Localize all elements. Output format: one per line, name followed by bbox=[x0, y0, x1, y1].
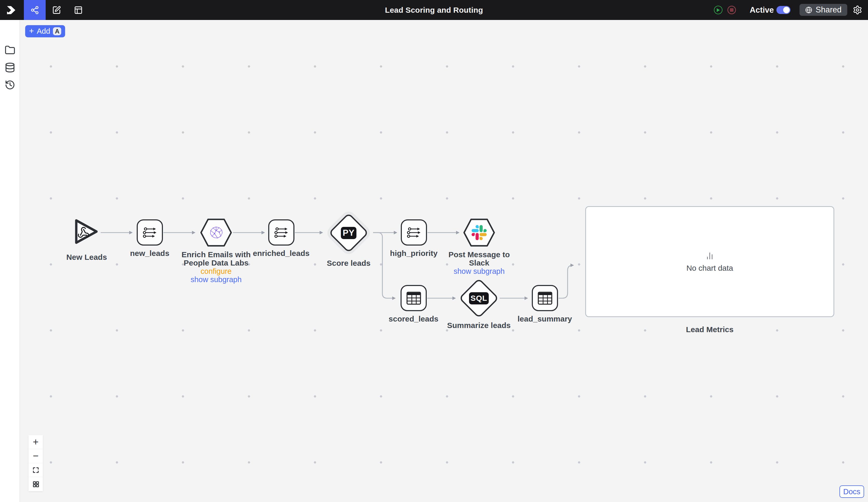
node-new-leads-stream[interactable] bbox=[137, 219, 163, 245]
minus-icon: − bbox=[33, 450, 38, 462]
node-summarize-leads[interactable]: SQL bbox=[458, 278, 500, 319]
sidebar-item-history[interactable] bbox=[5, 80, 15, 90]
history-icon bbox=[5, 80, 15, 90]
sidebar-item-files[interactable] bbox=[5, 45, 15, 55]
node-label-score-leads: Score leads bbox=[307, 259, 390, 267]
chart-empty-state-text: No chart data bbox=[686, 264, 733, 273]
slack-label-line2: Slack bbox=[438, 259, 521, 267]
bar-chart-icon bbox=[705, 251, 714, 260]
node-label-lead-metrics: Lead Metrics bbox=[668, 325, 751, 334]
node-label-enriched-leads: enriched_leads bbox=[240, 249, 323, 258]
slack-label-line1: Post Message to bbox=[438, 250, 521, 259]
shared-button[interactable]: Shared bbox=[799, 4, 847, 16]
layout-panels-icon bbox=[74, 6, 83, 14]
stream-icon bbox=[142, 227, 157, 239]
page-title: Lead Scoring and Routing bbox=[0, 0, 868, 20]
add-node-button[interactable]: + Add A bbox=[25, 25, 65, 37]
show-subgraph-link[interactable]: show subgraph bbox=[438, 267, 521, 275]
stream-icon bbox=[406, 227, 422, 239]
grid-layout-button[interactable] bbox=[29, 477, 43, 491]
node-new-leads-webhook[interactable] bbox=[73, 217, 100, 248]
run-button[interactable] bbox=[714, 6, 722, 14]
sql-badge: SQL bbox=[469, 292, 489, 304]
node-enriched-leads[interactable] bbox=[268, 219, 294, 245]
slack-icon bbox=[472, 225, 487, 240]
active-toggle[interactable] bbox=[776, 6, 790, 14]
docs-button[interactable]: Docs bbox=[839, 485, 864, 498]
node-high-priority[interactable] bbox=[401, 219, 427, 245]
toggle-knob bbox=[783, 7, 790, 13]
sidebar-item-data[interactable] bbox=[5, 62, 15, 73]
configure-link[interactable]: configure bbox=[175, 267, 258, 275]
tab-graph[interactable] bbox=[24, 0, 46, 20]
add-shortcut-badge: A bbox=[53, 27, 61, 35]
topbar: Lead Scoring and Routing Active Shared bbox=[0, 0, 868, 20]
tab-layout[interactable] bbox=[68, 0, 89, 20]
settings-button[interactable] bbox=[853, 5, 862, 15]
stream-icon bbox=[274, 227, 289, 239]
node-lead-metrics-chart[interactable]: No chart data bbox=[585, 206, 834, 317]
edit-pencil-icon bbox=[52, 6, 61, 14]
people-data-labs-brain-icon bbox=[208, 226, 224, 240]
table-icon bbox=[538, 292, 552, 305]
gear-icon bbox=[853, 5, 862, 15]
share-graph-icon bbox=[30, 6, 39, 14]
show-subgraph-link[interactable]: show subgraph bbox=[175, 275, 258, 284]
node-post-message-slack[interactable] bbox=[463, 218, 496, 247]
plus-icon: + bbox=[33, 436, 38, 448]
stop-button[interactable] bbox=[727, 6, 736, 14]
stop-icon bbox=[730, 8, 734, 12]
left-sidebar bbox=[0, 20, 20, 502]
app-logo[interactable] bbox=[0, 0, 20, 20]
zoom-out-button[interactable]: − bbox=[29, 449, 43, 463]
node-scored-leads[interactable] bbox=[401, 285, 427, 311]
zoom-in-button[interactable]: + bbox=[29, 435, 43, 449]
node-lead-summary[interactable] bbox=[532, 285, 558, 311]
globe-icon bbox=[805, 7, 812, 13]
add-button-label: Add bbox=[37, 27, 50, 35]
grid-icon bbox=[32, 480, 39, 488]
patterns-logo-icon bbox=[5, 5, 16, 15]
node-score-leads[interactable]: PY bbox=[324, 209, 373, 257]
database-icon bbox=[5, 62, 15, 73]
plus-icon: + bbox=[29, 26, 34, 36]
node-label-slack: Post Message to Slack show subgraph bbox=[438, 250, 521, 275]
active-status-label: Active bbox=[750, 0, 774, 20]
fit-view-icon bbox=[32, 467, 39, 474]
webhook-icon bbox=[77, 226, 90, 239]
table-icon bbox=[406, 292, 421, 305]
enrich-label-line2: People Data Labs bbox=[175, 259, 258, 267]
node-enrich-emails[interactable] bbox=[199, 218, 233, 247]
folder-icon bbox=[5, 45, 15, 55]
shared-button-label: Shared bbox=[816, 5, 841, 14]
docs-button-label: Docs bbox=[843, 488, 860, 496]
fit-view-button[interactable] bbox=[29, 463, 43, 477]
node-label-lead-summary: lead_summary bbox=[503, 315, 586, 323]
canvas-controls: + − bbox=[29, 435, 43, 491]
tab-edit[interactable] bbox=[46, 0, 68, 20]
play-icon bbox=[716, 8, 720, 12]
app-window: Lead Scoring and Routing Active Shared bbox=[0, 0, 868, 502]
python-badge: PY bbox=[341, 227, 356, 239]
